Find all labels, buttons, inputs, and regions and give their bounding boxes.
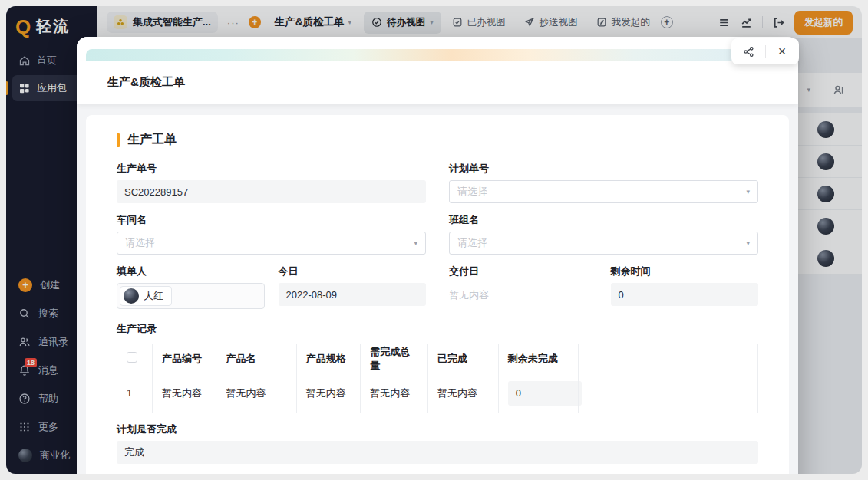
select-placeholder: 请选择 [457, 236, 487, 250]
column-header: 需完成总量 [361, 344, 428, 373]
column-header: 产品编号 [152, 344, 216, 373]
workshop-select[interactable]: 请选择 ▾ [117, 232, 426, 255]
delivery-date-value: 暂无内容 [449, 283, 597, 302]
modal-body: 生产工单 生产单号 SC202289157 计划单号 请选择 ▾ [77, 104, 798, 474]
close-button[interactable]: × [766, 38, 799, 64]
app-window: Q 轻流 首页 应用包 + 创建 [6, 6, 862, 474]
field-filler: 填单人 大红 [117, 265, 265, 309]
select-placeholder: 请选择 [457, 185, 487, 199]
member-name: 大红 [144, 289, 163, 303]
actions-column-header [579, 344, 758, 373]
close-icon: × [778, 44, 787, 58]
team-select[interactable]: 请选择 ▾ [449, 232, 758, 255]
field-delivery-date: 交付日 暂无内容 [449, 265, 597, 309]
section-title: 生产工单 [127, 132, 177, 148]
select-all-checkbox[interactable] [127, 352, 137, 363]
column-header: 剩余未完成 [498, 344, 578, 373]
today-date-input[interactable]: 2022-08-09 [279, 283, 427, 306]
field-label: 计划是否完成 [117, 422, 758, 436]
select-column-header [117, 344, 153, 373]
row-index: 1 [117, 373, 153, 413]
modal-action-pill: × [731, 38, 799, 64]
remaining-input[interactable]: 0 [508, 381, 582, 406]
share-button[interactable] [732, 38, 765, 64]
field-order-no: 生产单号 SC202289157 [117, 162, 426, 203]
table-header-row: 产品编号 产品名 产品规格 需完成总量 已完成 剩余未完成 [117, 344, 758, 373]
field-plan-no: 计划单号 请选择 ▾ [449, 162, 758, 203]
section-accent-bar [117, 133, 120, 147]
modal-top [77, 37, 798, 61]
modal-banner [86, 49, 789, 61]
field-label: 填单人 [117, 265, 265, 278]
cell-product-code: 暂无内容 [152, 373, 216, 413]
field-label: 车间名 [117, 213, 426, 227]
field-plan-done: 计划是否完成 完成 [117, 422, 758, 464]
work-order-modal: 生产&质检工单 生产工单 生产单号 SC202289157 计划单号 请选择 [77, 37, 798, 474]
cell-actions [579, 373, 758, 413]
chevron-down-icon: ▾ [746, 240, 750, 247]
order-no-input[interactable]: SC202289157 [117, 180, 426, 203]
field-label: 班组名 [449, 213, 758, 227]
field-team: 班组名 请选择 ▾ [449, 213, 758, 255]
field-label: 交付日 [449, 265, 597, 278]
cell-total-required: 暂无内容 [361, 373, 428, 413]
field-label: 计划单号 [449, 162, 758, 176]
field-label: 剩余时间 [611, 265, 759, 278]
chevron-down-icon: ▾ [414, 240, 417, 247]
plan-no-select[interactable]: 请选择 ▾ [449, 180, 758, 203]
cell-remaining: 0 [498, 373, 578, 413]
time-left-input[interactable]: 0 [611, 283, 759, 306]
chevron-down-icon: ▾ [746, 189, 750, 196]
member-chip[interactable]: 大红 [120, 286, 172, 306]
cell-product-spec: 暂无内容 [296, 373, 361, 413]
share-icon [743, 46, 754, 58]
cell-completed: 暂无内容 [427, 373, 498, 413]
field-time-left: 剩余时间 0 [611, 265, 759, 309]
column-header: 产品规格 [296, 344, 361, 373]
table-row: 1 暂无内容 暂无内容 暂无内容 暂无内容 暂无内容 0 [117, 373, 758, 413]
column-header: 产品名 [216, 344, 296, 373]
field-label: 今日 [279, 265, 427, 278]
field-workshop: 车间名 请选择 ▾ [117, 213, 426, 255]
column-header: 已完成 [427, 344, 498, 373]
plan-done-input[interactable]: 完成 [117, 441, 758, 464]
form-card: 生产工单 生产单号 SC202289157 计划单号 请选择 ▾ [86, 115, 789, 474]
select-placeholder: 请选择 [125, 236, 155, 250]
cell-product-name: 暂无内容 [216, 373, 296, 413]
records-title: 生产记录 [117, 322, 758, 336]
modal-title: 生产&质检工单 [77, 61, 798, 104]
records-table: 产品编号 产品名 产品规格 需完成总量 已完成 剩余未完成 1 暂无内容 [117, 344, 758, 413]
section-header: 生产工单 [117, 132, 758, 148]
filler-member-input[interactable]: 大红 [117, 283, 265, 309]
field-today: 今日 2022-08-09 [279, 265, 427, 309]
avatar [124, 288, 139, 304]
field-label: 生产单号 [117, 162, 426, 176]
